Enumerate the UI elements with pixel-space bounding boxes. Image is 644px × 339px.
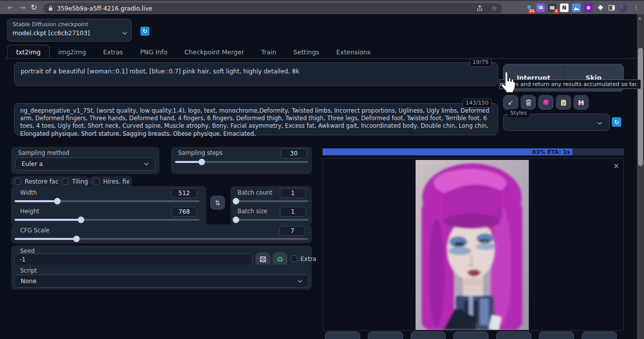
cfg-scale-value[interactable]: 7 bbox=[279, 226, 305, 236]
tab-divider bbox=[4, 58, 640, 59]
scrollbar-up-arrow[interactable]: ▲ bbox=[638, 16, 641, 20]
ext-pin-icon[interactable]: 21 bbox=[525, 4, 533, 12]
ext-office-icon[interactable] bbox=[584, 4, 593, 12]
styles-refresh-button[interactable]: ↻ bbox=[612, 117, 621, 127]
checkpoint-refresh-button[interactable]: ↻ bbox=[140, 27, 149, 36]
tab-extras[interactable]: Extras bbox=[95, 45, 132, 59]
batch-size-value[interactable]: 1 bbox=[280, 207, 306, 217]
browser-toolbar: ← → ↻ 359e5b9a-a5ff-4216.gradio.live ☆ 2… bbox=[0, 0, 644, 14]
sampling-steps-slider[interactable] bbox=[175, 161, 308, 163]
negative-prompt-textarea[interactable]: ng_deepnegative_v1_75t, (worst quality, … bbox=[14, 103, 498, 135]
sampling-method-select[interactable]: Euler a bbox=[15, 157, 155, 171]
gallery-action-button[interactable] bbox=[496, 331, 531, 339]
prompt-textarea[interactable]: portrait of a beautiful [woman::0.1] rob… bbox=[14, 62, 498, 86]
batch-size-slider[interactable] bbox=[234, 219, 308, 221]
restore-faces-checkbox[interactable] bbox=[15, 178, 21, 185]
tab-img2img[interactable]: img2img bbox=[50, 45, 95, 59]
scrollbar-thumb[interactable] bbox=[638, 48, 643, 166]
tab-settings[interactable]: Settings bbox=[285, 45, 328, 59]
gallery-action-button[interactable] bbox=[582, 331, 617, 339]
gallery-action-button[interactable] bbox=[411, 331, 446, 339]
hires-fix-checkbox[interactable] bbox=[93, 178, 100, 185]
generated-image[interactable] bbox=[416, 160, 529, 330]
height-value[interactable]: 768 bbox=[171, 207, 197, 217]
cfg-scale-block: CFG Scale 7 bbox=[11, 224, 312, 243]
tab-train[interactable]: Train bbox=[253, 45, 285, 59]
height-slider[interactable] bbox=[15, 219, 200, 221]
tiling-checkbox[interactable] bbox=[62, 178, 68, 185]
gallery-action-button[interactable] bbox=[368, 331, 403, 339]
clear-prompt-button[interactable] bbox=[521, 95, 536, 110]
share-icon[interactable] bbox=[476, 5, 483, 12]
tab-txt2img[interactable]: txt2img bbox=[7, 45, 50, 59]
browser-reload-button[interactable]: ↻ bbox=[31, 1, 37, 14]
slider-handle[interactable] bbox=[78, 217, 85, 223]
negative-prompt-token-counter: 143/150 bbox=[462, 99, 492, 108]
browser-forward-button[interactable]: → bbox=[19, 1, 26, 14]
main-tabs: txt2img img2img Extras PNG Info Checkpoi… bbox=[7, 45, 379, 59]
slider-handle[interactable] bbox=[233, 198, 239, 205]
width-label: Width bbox=[20, 189, 37, 196]
prompt-token-counter: 19/75 bbox=[469, 58, 492, 67]
tiling-option[interactable]: Tiling bbox=[58, 176, 90, 187]
browser-profile-avatar[interactable] bbox=[618, 4, 627, 12]
ext-ia-icon[interactable]: IA bbox=[536, 4, 545, 12]
restore-faces-option[interactable]: Restore faces bbox=[11, 176, 65, 187]
trash-icon bbox=[525, 99, 532, 106]
checkpoint-dropdown[interactable]: model.ckpt [cc6cb27103] bbox=[13, 30, 127, 37]
cfg-scale-label: CFG Scale bbox=[20, 227, 49, 234]
extra-networks-button[interactable] bbox=[538, 95, 553, 110]
ext-camera-icon[interactable]: 1 bbox=[548, 4, 556, 12]
tab-checkpoint-merger[interactable]: Checkpoint Merger bbox=[176, 45, 253, 59]
random-seed-button[interactable]: ⚄ bbox=[256, 252, 270, 266]
close-preview-icon[interactable]: × bbox=[613, 162, 619, 170]
width-value[interactable]: 512 bbox=[171, 188, 197, 198]
sampling-steps-label: Sampling steps bbox=[178, 149, 222, 156]
extra-seed-label: Extra bbox=[300, 256, 316, 263]
browser-back-button[interactable]: ← bbox=[7, 1, 14, 14]
gallery-action-button[interactable] bbox=[325, 331, 360, 339]
sampling-method-block: Sampling method Euler a bbox=[11, 147, 159, 174]
bookmark-star-icon[interactable]: ☆ bbox=[491, 2, 497, 15]
apply-style-button[interactable] bbox=[556, 95, 571, 110]
side-panel-icon[interactable] bbox=[607, 4, 616, 12]
chevron-down-icon bbox=[144, 162, 149, 165]
url-bar[interactable]: 359e5b9a-a5ff-4216.gradio.live ☆ bbox=[43, 3, 502, 14]
gallery-action-button[interactable] bbox=[453, 331, 489, 339]
ext-notion-icon[interactable]: N bbox=[560, 4, 569, 12]
styles-dropdown[interactable]: Styles bbox=[503, 114, 610, 131]
extensions-puzzle-icon[interactable] bbox=[596, 4, 605, 12]
tab-extensions[interactable]: Extensions bbox=[328, 45, 379, 59]
ext-notion-label: N bbox=[562, 5, 566, 11]
batch-size-label: Batch size bbox=[237, 208, 267, 215]
width-slider[interactable] bbox=[15, 200, 200, 202]
batch-count-slider[interactable] bbox=[234, 200, 308, 202]
ext-ia-label: IA bbox=[538, 6, 543, 10]
cfg-scale-slider[interactable] bbox=[15, 238, 308, 240]
swap-dimensions-button[interactable]: ⇅ bbox=[210, 196, 225, 210]
seed-input[interactable]: -1 bbox=[14, 253, 253, 266]
chevron-down-icon bbox=[297, 280, 302, 283]
batch-block: Batch count 1 Batch size 1 bbox=[230, 186, 312, 225]
batch-count-value[interactable]: 1 bbox=[280, 188, 306, 198]
tab-png-info[interactable]: PNG Info bbox=[131, 45, 176, 59]
script-select[interactable]: None bbox=[14, 275, 309, 288]
slider-handle[interactable] bbox=[54, 198, 60, 205]
save-style-button[interactable] bbox=[574, 95, 589, 110]
reuse-seed-button[interactable]: ♻ bbox=[273, 252, 287, 266]
ext-image-icon[interactable] bbox=[572, 4, 581, 12]
gallery-action-button[interactable] bbox=[539, 331, 574, 339]
slider-handle[interactable] bbox=[198, 159, 205, 165]
hires-fix-option[interactable]: Hires. fix bbox=[90, 176, 132, 187]
extra-seed-checkbox[interactable] bbox=[291, 256, 297, 262]
sampling-steps-value[interactable]: 30 bbox=[281, 148, 307, 158]
ext-camera-badge: 1 bbox=[554, 9, 558, 14]
interrupt-tooltip: Stop processing images and return any re… bbox=[499, 79, 641, 89]
page-scrollbar[interactable]: ▲ bbox=[637, 14, 644, 339]
slider-handle[interactable] bbox=[73, 236, 79, 242]
sampling-method-value: Euler a bbox=[22, 160, 43, 167]
dice-icon: ⚄ bbox=[260, 255, 266, 264]
browser-menu-icon[interactable]: ⋮ bbox=[633, 4, 639, 11]
paste-params-button[interactable]: ↙ bbox=[503, 95, 518, 110]
slider-handle[interactable] bbox=[233, 217, 239, 223]
